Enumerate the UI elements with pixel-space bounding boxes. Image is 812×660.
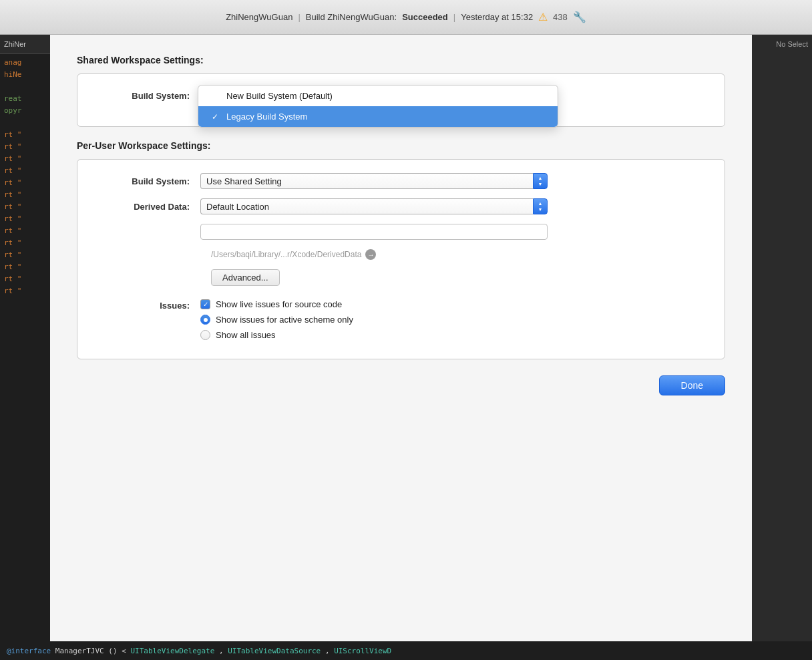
path-display: /Users/baqi/Library/...r/Xcode/DerivedDa… (211, 249, 708, 260)
per-user-build-stepper[interactable]: ▲ ▼ (533, 173, 548, 189)
issue-option-active: Show issues for active scheme only (200, 315, 353, 325)
protocol-datasource: UITableViewDataSource (228, 647, 321, 655)
code-line: rt " (4, 249, 46, 261)
bottom-bar-code: @interface ManagerTJVC () < UITableViewD… (7, 647, 391, 655)
live-issues-label: Show live issues for source code (216, 299, 342, 309)
shared-section-title: Shared Workspace Settings: (77, 55, 725, 65)
title-bar: ZhiNengWuGuan | Build ZhiNengWuGuan: Suc… (0, 0, 812, 35)
warning-icon: ⚠ (538, 11, 548, 23)
stepper-up-icon: ▲ (538, 200, 543, 206)
dropdown-item-label: New Build System (Default) (226, 91, 333, 101)
path-text: /Users/baqi/Library/...r/Xcode/DerivedDa… (211, 250, 361, 259)
per-user-settings-panel: Build System: Use Shared Setting ▲ ▼ Der… (77, 159, 725, 359)
sidebar-top-label: ZhiNer (0, 35, 50, 54)
issues-options: ✓ Show live issues for source code Show … (200, 299, 353, 340)
derived-data-select-box[interactable]: Default Location (200, 198, 533, 214)
code-line: rt " (4, 273, 46, 285)
main-layout: ZhiNer anag hiNe reat opyr rt " rt " rt … (0, 35, 812, 660)
protocol-delegate: UITableViewDelegate (130, 647, 214, 655)
left-sidebar: ZhiNer anag hiNe reat opyr rt " rt " rt … (0, 35, 50, 660)
per-user-build-value: Use Shared Setting (206, 176, 282, 186)
derived-data-input-row (93, 224, 708, 240)
live-issues-checkbox[interactable]: ✓ (200, 299, 210, 309)
keyword-interface: @interface (7, 647, 51, 655)
comma1: , (219, 647, 224, 655)
per-user-build-system-label: Build System: (93, 176, 200, 186)
protocol-scrollview: UIScrollViewD (334, 647, 391, 655)
all-issues-radio[interactable] (200, 330, 210, 340)
code-line: rt " (4, 285, 46, 297)
derived-data-stepper[interactable]: ▲ ▼ (533, 198, 548, 214)
shared-build-system-label: Build System: (93, 91, 200, 101)
issue-option-all: Show all issues (200, 330, 353, 340)
code-line: rt " (4, 225, 46, 237)
separator1: | (298, 12, 300, 22)
derived-data-input[interactable] (200, 224, 548, 240)
dropdown-selected-check-icon: ✓ (212, 112, 221, 122)
title-bar-content: ZhiNengWuGuan | Build ZhiNengWuGuan: Suc… (226, 11, 586, 23)
dropdown-item-new-build[interactable]: New Build System (Default) (198, 86, 558, 106)
derived-data-select-wrapper: Default Location ▲ ▼ (200, 198, 548, 214)
timestamp: Yesterday at 15:32 (461, 12, 533, 22)
right-sidebar-label: No Select (776, 40, 808, 48)
stepper-down-icon: ▼ (538, 181, 543, 187)
checkbox-check-icon: ✓ (203, 301, 208, 308)
bottom-bar-text: ManagerTJVC () (55, 647, 118, 655)
stepper-down-icon: ▼ (538, 206, 543, 212)
code-line: rt " (4, 129, 46, 141)
advanced-button[interactable]: Advanced... (211, 269, 280, 286)
code-line: anag (4, 57, 46, 69)
per-user-build-select-wrapper: Use Shared Setting ▲ ▼ (200, 173, 548, 189)
project-name: ZhiNengWuGuan (226, 12, 292, 22)
dropdown-item-label-selected: Legacy Build System (226, 112, 307, 122)
warning-count: 438 (553, 12, 568, 22)
done-btn-container: Done (77, 375, 725, 395)
dropdown-check-icon (212, 92, 221, 101)
derived-data-value: Default Location (206, 202, 269, 212)
code-line: rt " (4, 201, 46, 213)
build-status: Succeeded (402, 12, 448, 22)
code-line: rt " (4, 189, 46, 201)
code-line: rt " (4, 165, 46, 177)
active-scheme-label: Show issues for active scheme only (216, 315, 353, 325)
code-line: reat (4, 93, 46, 105)
wrench-icon: 🔧 (573, 11, 586, 23)
code-area: anag hiNe reat opyr rt " rt " rt " rt " … (0, 54, 50, 300)
right-sidebar: No Select (752, 35, 812, 660)
stepper-up-icon: ▲ (538, 175, 543, 181)
code-line: rt " (4, 153, 46, 165)
code-line: rt " (4, 141, 46, 153)
all-issues-label: Show all issues (216, 330, 276, 340)
build-system-dropdown[interactable]: New Build System (Default) ✓ Legacy Buil… (198, 85, 558, 128)
derived-data-row: Derived Data: Default Location ▲ ▼ (93, 198, 708, 214)
code-line: hiNe (4, 69, 46, 81)
angle-bracket-open: < (122, 647, 126, 655)
issues-label: Issues: (93, 299, 200, 311)
build-label: Build ZhiNengWuGuan: (306, 12, 397, 22)
active-scheme-radio[interactable] (200, 315, 210, 325)
code-line: rt " (4, 261, 46, 273)
per-user-section-title: Per-User Workspace Settings: (77, 140, 725, 151)
separator2: | (453, 12, 455, 22)
dropdown-item-legacy-build[interactable]: ✓ Legacy Build System (198, 106, 558, 127)
code-line: opyr (4, 105, 46, 117)
path-arrow-icon[interactable]: → (365, 249, 376, 260)
per-user-build-system-row: Build System: Use Shared Setting ▲ ▼ (93, 173, 708, 189)
comma2: , (325, 647, 330, 655)
per-user-section: Per-User Workspace Settings: Build Syste… (77, 140, 725, 359)
radio-dot (204, 318, 208, 322)
issues-row: Issues: ✓ Show live issues for source co… (93, 299, 708, 340)
code-line (4, 117, 46, 129)
center-content: Shared Workspace Settings: Build System:… (50, 35, 752, 660)
issue-option-live: ✓ Show live issues for source code (200, 299, 353, 309)
code-line: rt " (4, 213, 46, 225)
code-line: rt " (4, 237, 46, 249)
code-line (4, 81, 46, 93)
code-line: rt " (4, 177, 46, 189)
done-button[interactable]: Done (659, 375, 725, 395)
bottom-bar: @interface ManagerTJVC () < UITableViewD… (0, 641, 812, 660)
per-user-build-select-box[interactable]: Use Shared Setting (200, 173, 533, 189)
derived-data-label: Derived Data: (93, 202, 200, 212)
shared-settings-panel: Build System: Legacy Build System ▲ ▼ Ne… (77, 73, 725, 127)
